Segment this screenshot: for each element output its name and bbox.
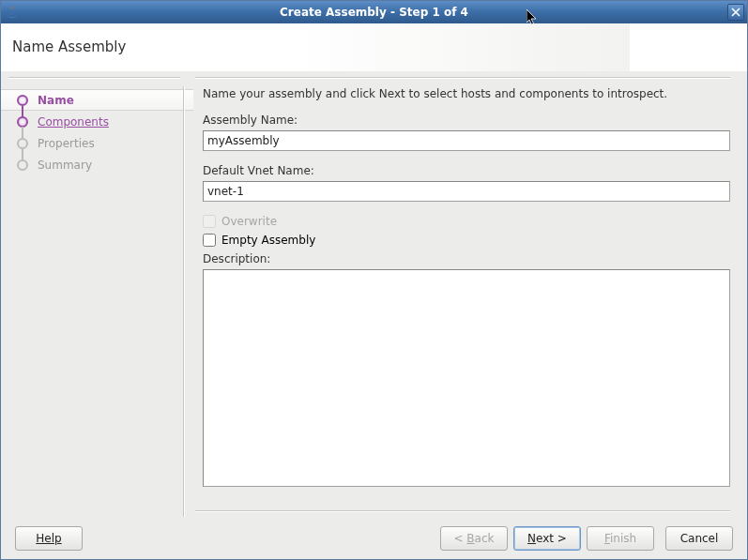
back-button: < Back xyxy=(440,526,508,551)
description-textarea[interactable] xyxy=(203,269,730,487)
wizard-header: Name Assembly xyxy=(1,23,747,71)
step-summary: Summary xyxy=(1,154,193,175)
step-label: Summary xyxy=(38,159,92,172)
titlebar[interactable]: Create Assembly - Step 1 of 4 xyxy=(1,1,747,23)
vnet-name-input[interactable] xyxy=(203,181,730,202)
step-node-icon xyxy=(17,116,28,128)
assembly-name-input[interactable] xyxy=(203,130,730,151)
wizard-content: Name Components Properties Summary xyxy=(1,71,747,517)
step-label: Name xyxy=(38,94,74,107)
assembly-name-label: Assembly Name: xyxy=(203,114,730,127)
finish-button: Finish xyxy=(587,526,654,551)
main-panel: Name your assembly and click Next to sel… xyxy=(193,71,747,517)
overwrite-label: Overwrite xyxy=(221,215,277,228)
empty-assembly-label: Empty Assembly xyxy=(221,234,315,247)
wizard-window: Create Assembly - Step 1 of 4 Name Assem… xyxy=(0,0,748,560)
overwrite-row: Overwrite xyxy=(203,215,730,228)
vnet-name-label: Default Vnet Name: xyxy=(203,164,730,177)
step-properties: Properties xyxy=(1,132,193,154)
wizard-footer: Help < Back Next > Finish Cancel xyxy=(1,517,747,559)
step-label: Components xyxy=(38,115,109,129)
step-name[interactable]: Name xyxy=(1,89,193,111)
empty-assembly-checkbox[interactable] xyxy=(203,234,216,247)
description-label: Description: xyxy=(203,252,730,265)
sidebar: Name Components Properties Summary xyxy=(1,71,193,517)
instruction-text: Name your assembly and click Next to sel… xyxy=(203,87,730,100)
overwrite-checkbox xyxy=(203,215,216,228)
step-label: Properties xyxy=(38,137,95,150)
close-icon xyxy=(731,8,740,17)
next-button[interactable]: Next > xyxy=(513,526,581,551)
help-button[interactable]: Help xyxy=(15,526,83,551)
window-title: Create Assembly - Step 1 of 4 xyxy=(280,6,468,19)
step-node-icon xyxy=(17,95,28,106)
step-node-icon xyxy=(17,138,28,149)
window-close-button[interactable] xyxy=(727,4,744,21)
java-icon xyxy=(5,5,20,20)
step-node-icon xyxy=(17,159,28,171)
page-title: Name Assembly xyxy=(12,38,126,55)
empty-assembly-row[interactable]: Empty Assembly xyxy=(203,234,730,247)
step-components[interactable]: Components xyxy=(1,111,193,132)
cancel-button[interactable]: Cancel xyxy=(665,526,733,551)
